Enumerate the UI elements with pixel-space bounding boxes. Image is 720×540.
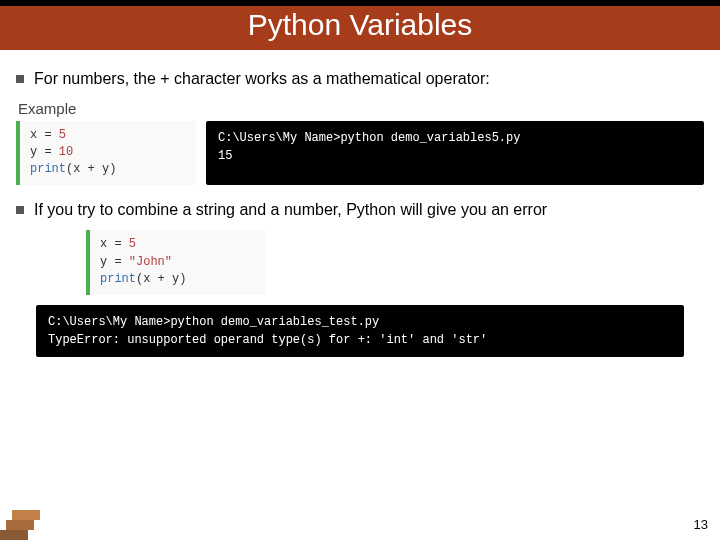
slide-content: For numbers, the + character works as a … xyxy=(0,50,720,357)
code-number: 5 xyxy=(129,237,136,251)
terminal-line: TypeError: unsupported operand type(s) f… xyxy=(48,331,672,349)
bullet-text: If you try to combine a string and a num… xyxy=(34,199,547,221)
example-label: Example xyxy=(18,100,704,117)
code-text: x = xyxy=(100,237,129,251)
title-bar: Python Variables xyxy=(0,0,720,50)
terminal-line: C:\Users\My Name>python demo_variables_t… xyxy=(48,313,672,331)
slide-title: Python Variables xyxy=(248,8,473,42)
code-box: x = 5 y = "John" print(x + y) xyxy=(86,230,266,294)
example-block-2: x = 5 y = "John" print(x + y) C:\Users\M… xyxy=(16,230,704,356)
bullet-item: If you try to combine a string and a num… xyxy=(16,199,704,221)
terminal-line: 15 xyxy=(218,147,692,165)
code-terminal-row: x = 5 y = 10 print(x + y) C:\Users\My Na… xyxy=(16,121,704,185)
code-text: x = xyxy=(30,128,59,142)
code-text: (x + y) xyxy=(66,162,116,176)
page-number: 13 xyxy=(694,517,708,532)
example-block-1: Example x = 5 y = 10 print(x + y) C:\Use… xyxy=(16,100,704,185)
code-text: y = xyxy=(30,145,59,159)
code-number: 10 xyxy=(59,145,73,159)
bullet-marker-icon xyxy=(16,75,24,83)
terminal-box: C:\Users\My Name>python demo_variables5.… xyxy=(206,121,704,185)
code-string: "John" xyxy=(129,255,172,269)
black-strip xyxy=(0,0,720,6)
bullet-marker-icon xyxy=(16,206,24,214)
decorative-bars-icon xyxy=(0,500,60,540)
code-text: (x + y) xyxy=(136,272,186,286)
terminal-box: C:\Users\My Name>python demo_variables_t… xyxy=(36,305,684,357)
code-number: 5 xyxy=(59,128,66,142)
bullet-text: For numbers, the + character works as a … xyxy=(34,68,490,90)
slide-header: Python Variables xyxy=(0,0,720,50)
code-fn: print xyxy=(100,272,136,286)
terminal-line: C:\Users\My Name>python demo_variables5.… xyxy=(218,129,692,147)
code-box: x = 5 y = 10 print(x + y) xyxy=(16,121,196,185)
bullet-item: For numbers, the + character works as a … xyxy=(16,68,704,90)
code-text: y = xyxy=(100,255,129,269)
code-fn: print xyxy=(30,162,66,176)
